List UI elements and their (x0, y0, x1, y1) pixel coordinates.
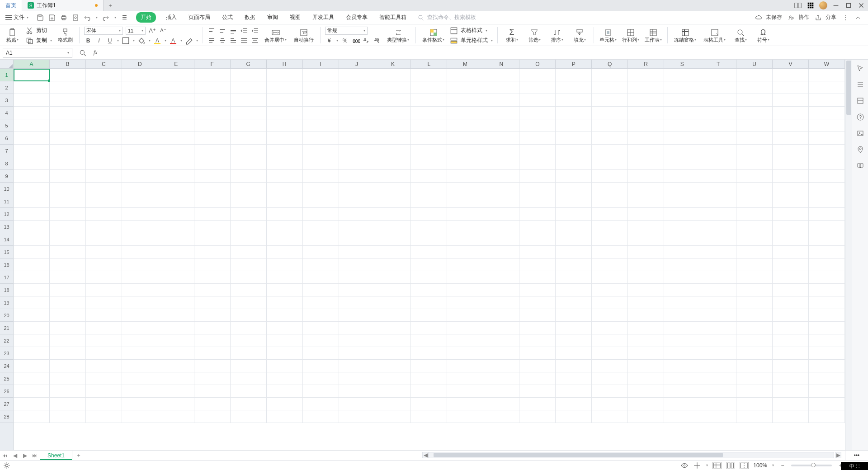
formula-input[interactable] (106, 48, 868, 58)
cell[interactable] (86, 385, 122, 398)
table-style-icon[interactable] (450, 27, 458, 35)
cell[interactable] (122, 322, 158, 334)
cell[interactable] (773, 334, 809, 347)
cell[interactable] (447, 69, 483, 81)
cell[interactable] (809, 107, 845, 119)
column-headers[interactable]: ABCDEFGHIJKLMNOPQRSTUVW (14, 60, 845, 69)
cell[interactable] (664, 233, 700, 246)
cell[interactable] (447, 157, 483, 170)
cell[interactable] (231, 195, 267, 208)
unsaved-label[interactable]: 未保存 (766, 14, 782, 21)
underline-icon[interactable]: U (106, 37, 114, 45)
cell[interactable] (303, 69, 339, 81)
view-page-icon[interactable] (726, 462, 735, 469)
row-header[interactable]: 21 (0, 322, 13, 334)
cell[interactable] (628, 271, 664, 284)
share-label[interactable]: 分享 (826, 14, 836, 21)
cell[interactable] (411, 360, 447, 372)
cell[interactable] (519, 69, 556, 81)
row-header[interactable]: 28 (0, 410, 13, 423)
cell[interactable] (556, 170, 592, 183)
cell[interactable] (664, 195, 700, 208)
cell[interactable] (519, 360, 556, 372)
cell[interactable] (628, 334, 664, 347)
cell[interactable] (122, 334, 158, 347)
cell[interactable] (122, 69, 158, 81)
cell[interactable] (700, 107, 736, 119)
cell[interactable] (519, 195, 556, 208)
cell[interactable] (447, 372, 483, 385)
cell[interactable] (736, 246, 773, 258)
cell[interactable] (122, 119, 158, 132)
cell[interactable] (556, 347, 592, 360)
fill-button[interactable]: 填充▾ (570, 26, 589, 45)
find-button[interactable]: 查找▾ (731, 26, 750, 45)
cell[interactable] (231, 360, 267, 372)
cell[interactable] (809, 145, 845, 157)
clear-format-icon[interactable] (185, 37, 193, 45)
row-header[interactable]: 8 (0, 157, 13, 170)
cell[interactable] (773, 385, 809, 398)
cell[interactable] (700, 195, 736, 208)
cell[interactable] (556, 208, 592, 221)
cell[interactable] (50, 322, 86, 334)
cell[interactable] (664, 334, 700, 347)
cell[interactable] (14, 233, 50, 246)
cell[interactable] (809, 410, 845, 423)
cell[interactable] (483, 309, 519, 322)
column-header[interactable]: O (519, 60, 556, 68)
hscroll-left-icon[interactable]: ◀ (422, 452, 429, 458)
cell[interactable] (86, 284, 122, 296)
cell[interactable] (303, 81, 339, 94)
cell[interactable] (519, 81, 556, 94)
type-convert-button[interactable]: 类型转换▾ (385, 26, 411, 45)
cell[interactable] (50, 132, 86, 145)
undo-dropdown-icon[interactable]: ▾ (96, 15, 98, 19)
cell[interactable] (773, 410, 809, 423)
cell[interactable] (592, 322, 628, 334)
cell[interactable] (483, 372, 519, 385)
horizontal-scrollbar[interactable] (429, 452, 834, 458)
cell[interactable] (773, 233, 809, 246)
cell[interactable] (158, 284, 194, 296)
decrease-indent-icon[interactable] (240, 27, 248, 35)
cell[interactable] (773, 360, 809, 372)
cell[interactable] (809, 81, 845, 94)
cells-area[interactable] (14, 69, 845, 450)
cell[interactable] (375, 183, 411, 195)
column-header[interactable]: V (773, 60, 809, 68)
cell[interactable] (411, 81, 447, 94)
cell[interactable] (592, 271, 628, 284)
cell[interactable] (519, 170, 556, 183)
cell[interactable] (447, 132, 483, 145)
cell[interactable] (700, 334, 736, 347)
sort-button[interactable]: 排序▾ (547, 26, 566, 45)
cell[interactable] (231, 157, 267, 170)
status-settings-icon[interactable] (3, 461, 11, 470)
cell[interactable] (122, 258, 158, 271)
cell[interactable] (447, 360, 483, 372)
cell[interactable] (447, 271, 483, 284)
cell[interactable] (122, 145, 158, 157)
fx-zoom-icon[interactable] (79, 49, 87, 57)
cell[interactable] (411, 372, 447, 385)
cell[interactable] (556, 195, 592, 208)
row-header[interactable]: 2 (0, 81, 13, 94)
justify-icon[interactable] (240, 37, 248, 45)
cell[interactable] (194, 334, 231, 347)
cell[interactable] (231, 372, 267, 385)
sheet-first-icon[interactable]: ⏮ (0, 452, 10, 459)
cell[interactable] (519, 221, 556, 233)
sheet-next-icon[interactable]: ▶ (20, 452, 30, 459)
command-search[interactable]: 查找命令、搜索模板 (417, 14, 476, 21)
cell[interactable] (14, 119, 50, 132)
cell[interactable] (411, 347, 447, 360)
format-painter-button[interactable]: 格式刷 (56, 26, 75, 45)
cell[interactable] (303, 107, 339, 119)
align-center-icon[interactable] (218, 37, 226, 45)
cell[interactable] (809, 296, 845, 309)
cell[interactable] (628, 119, 664, 132)
cell[interactable] (447, 119, 483, 132)
cell[interactable] (809, 322, 845, 334)
cell[interactable] (592, 81, 628, 94)
